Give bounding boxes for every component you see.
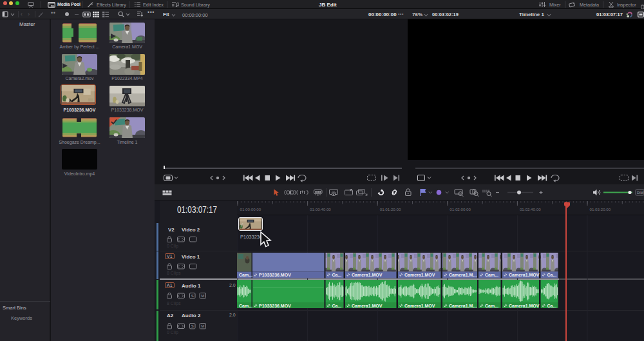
svg-text:Cam...: Cam... xyxy=(239,304,252,308)
svg-text:Ca...: Ca... xyxy=(547,273,557,277)
svg-text:P1033236.MOV: P1033236.MOV xyxy=(259,304,291,308)
svg-text:S: S xyxy=(191,294,194,298)
svg-text:Ca...: Ca... xyxy=(332,304,342,308)
svg-text:DIM: DIM xyxy=(637,191,644,195)
svg-text:Camera1.MOV: Camera1.MOV xyxy=(509,273,540,277)
svg-text:01:00:40:00: 01:00:40:00 xyxy=(310,207,331,211)
svg-text:P1033236.MOV: P1033236.MOV xyxy=(259,273,291,277)
svg-text:Cam...: Cam... xyxy=(485,273,498,277)
svg-text:Camera1.M...: Camera1.M... xyxy=(449,304,477,308)
svg-text:M: M xyxy=(201,324,204,328)
svg-text:Camera1.MOV: Camera1.MOV xyxy=(509,304,540,308)
svg-text:Camera1.MOV: Camera1.MOV xyxy=(352,304,383,308)
svg-text:Camera1.MOV: Camera1.MOV xyxy=(404,273,435,277)
svg-text:Cam...: Cam... xyxy=(239,273,252,277)
svg-text:Ca...: Ca... xyxy=(332,273,342,277)
svg-text:Camera1.M...: Camera1.M... xyxy=(449,273,477,277)
svg-text:Cam...: Cam... xyxy=(485,304,498,308)
svg-text:01:01:20:00: 01:01:20:00 xyxy=(380,207,401,211)
svg-text:01:02:00:00: 01:02:00:00 xyxy=(450,207,471,211)
svg-text:S: S xyxy=(191,324,194,328)
svg-text:01:00:00:00: 01:00:00:00 xyxy=(240,207,261,211)
svg-text:01:02:40:00: 01:02:40:00 xyxy=(520,207,541,211)
svg-text:Camera1.MOV: Camera1.MOV xyxy=(404,304,435,308)
svg-text:Ca...: Ca... xyxy=(547,304,557,308)
svg-text:01:03:20:00: 01:03:20:00 xyxy=(590,207,611,211)
svg-text:M: M xyxy=(201,294,204,298)
svg-text:Camera1.MOV: Camera1.MOV xyxy=(352,273,383,277)
